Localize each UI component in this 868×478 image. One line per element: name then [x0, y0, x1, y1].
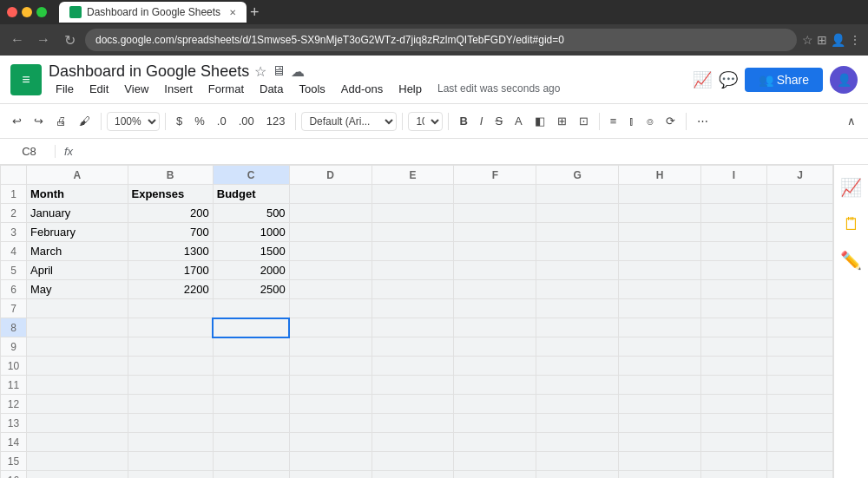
- cell-H1[interactable]: [619, 185, 701, 204]
- cell-I15[interactable]: [701, 452, 767, 471]
- cell-C5[interactable]: 2000: [213, 261, 289, 280]
- cell-F7[interactable]: [454, 299, 536, 318]
- cell-I14[interactable]: [701, 433, 767, 452]
- cell-E10[interactable]: [372, 357, 454, 376]
- cell-B12[interactable]: [128, 395, 213, 414]
- cell-D6[interactable]: [289, 280, 372, 299]
- cell-E14[interactable]: [372, 433, 454, 452]
- merge-btn[interactable]: ⊡: [574, 111, 594, 131]
- cell-J3[interactable]: [766, 223, 832, 242]
- cell-B3[interactable]: 700: [128, 223, 213, 242]
- borders-btn[interactable]: ⊞: [552, 111, 572, 131]
- cell-B14[interactable]: [128, 433, 213, 452]
- cell-C13[interactable]: [213, 414, 289, 433]
- row-header-2[interactable]: 2: [1, 204, 27, 223]
- active-tab[interactable]: Dashboard in Google Sheets ✕: [59, 2, 247, 23]
- cell-A3[interactable]: February: [27, 223, 128, 242]
- currency-btn[interactable]: $: [171, 111, 187, 131]
- cell-A14[interactable]: [27, 433, 128, 452]
- cell-H14[interactable]: [619, 433, 701, 452]
- more-icon[interactable]: ⋮: [849, 33, 861, 47]
- cell-C1[interactable]: Budget: [213, 185, 289, 204]
- cell-H11[interactable]: [619, 376, 701, 395]
- col-header-B[interactable]: B: [128, 166, 213, 185]
- cell-I6[interactable]: [701, 280, 767, 299]
- cell-A10[interactable]: [27, 357, 128, 376]
- cell-E6[interactable]: [372, 280, 454, 299]
- rotate-btn[interactable]: ⟳: [661, 111, 681, 131]
- cell-D13[interactable]: [289, 414, 372, 433]
- col-header-J[interactable]: J: [766, 166, 832, 185]
- cell-D3[interactable]: [289, 223, 372, 242]
- strikethrough-btn[interactable]: S: [490, 111, 508, 131]
- cell-I13[interactable]: [701, 414, 767, 433]
- cell-H3[interactable]: [619, 223, 701, 242]
- cell-G3[interactable]: [536, 223, 619, 242]
- cell-I8[interactable]: [701, 318, 767, 337]
- col-header-E[interactable]: E: [372, 166, 454, 185]
- cell-A8[interactable]: [27, 318, 128, 337]
- row-header-8[interactable]: 8: [1, 318, 27, 337]
- row-header-9[interactable]: 9: [1, 337, 27, 357]
- cell-A1[interactable]: Month: [27, 185, 128, 204]
- cell-A11[interactable]: [27, 376, 128, 395]
- cell-H4[interactable]: [619, 242, 701, 261]
- more-btn[interactable]: ⋯: [692, 111, 713, 131]
- cell-A7[interactable]: [27, 299, 128, 318]
- cell-C8[interactable]: [213, 318, 289, 337]
- share-button[interactable]: 👥 Share: [745, 68, 823, 92]
- cell-J12[interactable]: [766, 395, 832, 414]
- cell-H10[interactable]: [619, 357, 701, 376]
- cell-E12[interactable]: [372, 395, 454, 414]
- cell-B15[interactable]: [128, 452, 213, 471]
- cell-F3[interactable]: [454, 223, 536, 242]
- print-btn[interactable]: 🖨: [50, 111, 72, 131]
- cell-I16[interactable]: [701, 471, 767, 479]
- cell-H13[interactable]: [619, 414, 701, 433]
- percent-btn[interactable]: %: [189, 111, 210, 131]
- cell-D7[interactable]: [289, 299, 372, 318]
- col-header-C[interactable]: C: [213, 166, 289, 185]
- cell-H16[interactable]: [619, 471, 701, 479]
- cell-C2[interactable]: 500: [213, 204, 289, 223]
- decimal00-btn[interactable]: .00: [233, 111, 260, 131]
- cell-I7[interactable]: [701, 299, 767, 318]
- cell-B10[interactable]: [128, 357, 213, 376]
- cell-C4[interactable]: 1500: [213, 242, 289, 261]
- col-header-G[interactable]: G: [536, 166, 619, 185]
- cell-J10[interactable]: [766, 357, 832, 376]
- italic-btn[interactable]: I: [475, 111, 489, 131]
- cell-D8[interactable]: [289, 318, 372, 337]
- drive-icon[interactable]: 🖥: [272, 63, 286, 79]
- cell-G7[interactable]: [536, 299, 619, 318]
- cell-J2[interactable]: [766, 204, 832, 223]
- cell-E16[interactable]: [372, 471, 454, 479]
- comments-icon[interactable]: 💬: [719, 70, 738, 89]
- halign-btn[interactable]: ≡: [605, 111, 622, 131]
- cell-G13[interactable]: [536, 414, 619, 433]
- cell-G4[interactable]: [536, 242, 619, 261]
- row-header-1[interactable]: 1: [1, 185, 27, 204]
- cell-C7[interactable]: [213, 299, 289, 318]
- cell-C15[interactable]: [213, 452, 289, 471]
- cell-G15[interactable]: [536, 452, 619, 471]
- cell-E15[interactable]: [372, 452, 454, 471]
- cell-F13[interactable]: [454, 414, 536, 433]
- analytics-icon[interactable]: 📈: [693, 70, 712, 89]
- cell-C6[interactable]: 2500: [213, 280, 289, 299]
- cell-J5[interactable]: [766, 261, 832, 280]
- row-header-6[interactable]: 6: [1, 280, 27, 299]
- profile-icon[interactable]: 👤: [831, 33, 845, 47]
- cell-F9[interactable]: [454, 337, 536, 357]
- cell-B7[interactable]: [128, 299, 213, 318]
- cell-H6[interactable]: [619, 280, 701, 299]
- cell-J9[interactable]: [766, 337, 832, 357]
- cell-E1[interactable]: [372, 185, 454, 204]
- menu-view[interactable]: View: [117, 81, 155, 97]
- row-header-13[interactable]: 13: [1, 414, 27, 433]
- cell-G6[interactable]: [536, 280, 619, 299]
- menu-tools[interactable]: Tools: [292, 81, 332, 97]
- star-icon[interactable]: ☆: [254, 63, 266, 80]
- cell-A12[interactable]: [27, 395, 128, 414]
- cell-D11[interactable]: [289, 376, 372, 395]
